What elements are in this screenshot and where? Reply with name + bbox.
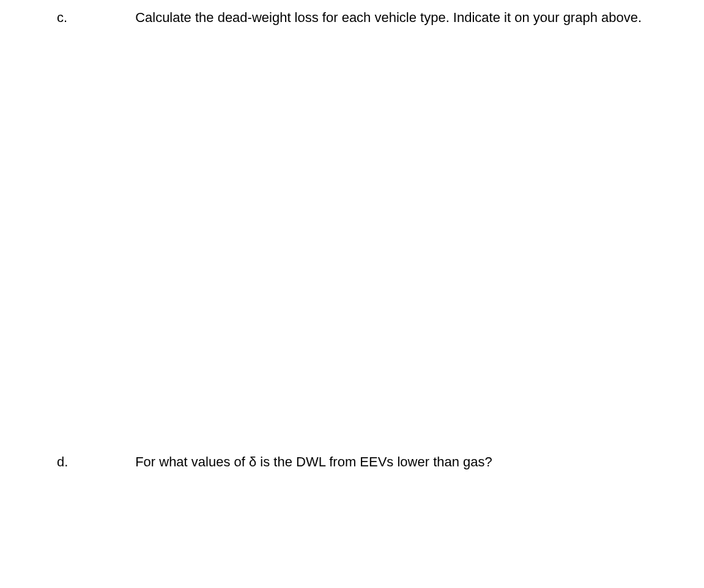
question-d-marker: d. — [57, 452, 80, 472]
question-d: d. For what values of δ is the DWL from … — [57, 452, 656, 472]
question-c-marker: c. — [57, 8, 80, 28]
question-d-text: For what values of δ is the DWL from EEV… — [135, 454, 492, 469]
redacted-placeholder — [80, 9, 132, 22]
question-d-body: For what values of δ is the DWL from EEV… — [80, 452, 656, 472]
question-c: c. Calculate the dead-weight loss for ea… — [57, 8, 656, 28]
question-c-text: Calculate the dead-weight loss for each … — [135, 10, 642, 25]
question-c-body: Calculate the dead-weight loss for each … — [80, 8, 656, 28]
redacted-placeholder — [80, 453, 132, 466]
